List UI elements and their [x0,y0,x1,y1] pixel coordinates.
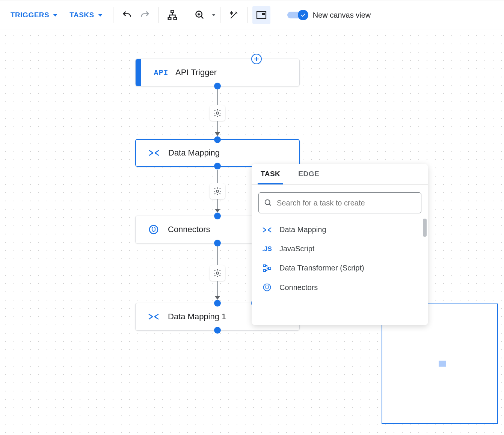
output-port[interactable] [214,83,221,89]
api-icon: API [154,68,168,77]
edge [217,246,218,265]
node-label: Connectors [168,225,210,234]
gear-icon [213,109,222,118]
transformer-icon [261,264,273,272]
mapping-icon [261,226,273,234]
node-label: API Trigger [175,68,217,77]
divider [186,7,186,23]
task-item-label: Connectors [279,283,318,292]
svg-rect-13 [269,267,271,269]
magic-button[interactable] [225,6,243,24]
svg-rect-11 [263,265,266,267]
output-port[interactable] [214,240,221,246]
divider [275,7,275,23]
connector-icon [147,224,160,235]
svg-rect-12 [263,270,266,272]
edge-config-button[interactable] [210,183,225,199]
output-port[interactable] [214,327,221,334]
chevron-down-icon [53,14,57,17]
task-item-javascript[interactable]: .JS JavaScript [258,239,425,258]
task-list[interactable]: Data Mapping .JS JavaScript Data Transfo… [252,216,428,325]
triggers-label: TRIGGERS [11,11,49,19]
edge [217,89,218,105]
mapping-icon [147,313,160,321]
chevron-down-icon [212,14,216,16]
svg-point-14 [264,284,271,291]
svg-point-7 [216,190,219,192]
edge [217,281,218,296]
task-item-data-transformer[interactable]: Data Transformer (Script) [258,258,425,278]
svg-point-8 [149,225,158,234]
undo-button[interactable] [118,6,136,24]
arrow-down-icon [215,209,220,213]
zoom-dropdown[interactable] [191,6,216,24]
task-item-data-mapping[interactable]: Data Mapping [258,220,425,239]
toolbar: TRIGGERS TASKS [0,0,504,30]
search-input[interactable] [277,199,416,207]
add-node-button[interactable] [251,54,262,64]
task-item-connectors[interactable]: Connectors [258,278,425,297]
zoom-icon [195,10,205,20]
edge-config-button[interactable] [210,265,225,281]
js-icon: .JS [261,245,273,253]
toggle-label: New canvas view [313,11,371,20]
divider [113,7,113,23]
node-api-trigger[interactable]: API API Trigger [135,59,300,86]
edge [217,199,218,209]
redo-button[interactable] [136,6,154,24]
gear-icon [213,187,222,196]
input-port[interactable] [214,136,221,143]
node-data-mapping[interactable]: Data Mapping [135,139,300,167]
search-icon [264,199,272,207]
tasks-dropdown[interactable]: TASKS [63,8,108,22]
triggers-dropdown[interactable]: TRIGGERS [5,8,63,22]
minimap-toggle-button[interactable] [252,6,270,24]
svg-point-10 [265,200,270,205]
canvas-view-toggle[interactable]: New canvas view [286,10,371,20]
svg-rect-2 [174,17,177,20]
switch-knob [298,10,308,20]
edge [217,121,218,132]
task-item-label: Data Transformer (Script) [279,264,364,272]
chevron-down-icon [98,14,103,17]
scrollbar-thumb[interactable] [423,219,427,237]
minimap-content-icon [439,361,446,367]
task-item-label: JavaScript [279,245,314,253]
tab-edge[interactable]: EDGE [295,164,322,184]
tasks-label: TASKS [69,11,94,19]
zoom-button[interactable] [191,6,209,24]
output-port[interactable] [214,163,221,169]
gear-icon [213,269,222,278]
node-label: Data Mapping [168,148,220,158]
trigger-indicator [136,59,141,86]
divider [158,7,159,23]
magic-wand-icon [229,10,239,20]
task-picker-panel: TASK EDGE Data Mapping .JS JavaScript [252,164,428,325]
divider [220,7,220,23]
panel-tabs: TASK EDGE [252,164,428,185]
mapping-icon [147,149,161,157]
redo-icon [140,10,150,20]
divider [247,7,248,23]
search-field[interactable] [258,192,421,213]
auto-layout-button[interactable] [163,6,181,24]
svg-point-9 [216,272,219,274]
task-item-label: Data Mapping [279,225,326,234]
input-port[interactable] [214,213,221,219]
tab-task[interactable]: TASK [258,164,283,184]
svg-point-6 [216,112,219,114]
check-icon [300,12,306,18]
switch[interactable] [286,10,308,20]
hierarchy-icon [167,9,178,21]
arrow-down-icon [215,296,220,300]
edge-config-button[interactable] [210,105,225,121]
arrow-down-icon [215,132,220,136]
undo-icon [122,10,132,20]
svg-rect-5 [262,13,265,15]
canvas[interactable]: API API Trigger Data Mapping [0,30,504,435]
connector-icon [261,283,273,292]
svg-rect-0 [171,11,174,13]
minimap-icon [256,11,267,19]
edge [217,170,218,183]
input-port[interactable] [214,300,221,307]
